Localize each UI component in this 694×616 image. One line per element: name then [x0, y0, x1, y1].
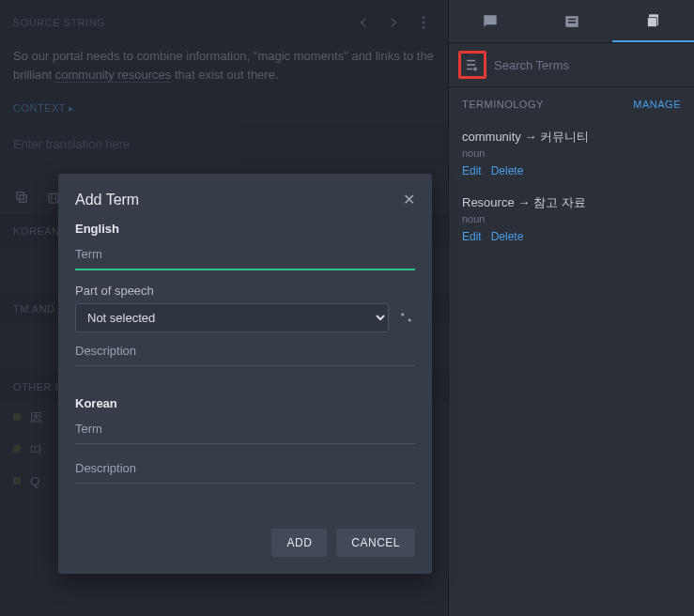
close-icon[interactable]: ✕ — [403, 191, 415, 208]
term-text: community → 커뮤니티 — [462, 129, 681, 146]
next-arrow-icon[interactable] — [382, 11, 405, 34]
delete-link[interactable]: Delete — [491, 230, 524, 243]
search-terms-input[interactable] — [494, 53, 685, 78]
source-text: So our portal needs to combine informati… — [0, 39, 448, 99]
terminology-label: TERMINOLOGY — [462, 99, 544, 110]
svg-rect-6 — [567, 18, 575, 20]
term-pos: noun — [462, 147, 681, 159]
tab-terminology[interactable] — [612, 0, 694, 42]
korean-description-input[interactable] — [75, 457, 415, 484]
english-term-input[interactable] — [75, 243, 415, 270]
source-string-label: SOURCE STRING — [13, 17, 105, 28]
delete-link[interactable]: Delete — [491, 164, 524, 177]
context-link[interactable]: CONTEXT ▸ — [0, 99, 448, 124]
term-text: Resource → 참고 자료 — [462, 194, 681, 211]
term-entry: Resource → 참고 자료 noun Edit Delete — [449, 187, 694, 253]
magic-wand-icon[interactable] — [396, 309, 415, 328]
svg-rect-9 — [647, 17, 656, 26]
translation-input[interactable]: Enter translation here — [0, 124, 448, 164]
tab-context[interactable] — [531, 0, 612, 42]
copy-icon[interactable] — [13, 189, 32, 208]
lang-english-label: English — [75, 222, 415, 236]
status-dot-icon — [13, 413, 21, 421]
svg-point-1 — [423, 22, 425, 24]
lang-korean-label: Korean — [75, 396, 415, 410]
prev-arrow-icon[interactable] — [352, 11, 375, 34]
svg-point-2 — [423, 26, 425, 29]
term-pos: noun — [462, 213, 681, 224]
manage-link[interactable]: MANAGE — [633, 99, 681, 110]
status-dot-icon — [13, 445, 21, 453]
tab-comments[interactable] — [449, 0, 531, 42]
edit-link[interactable]: Edit — [462, 230, 482, 243]
cancel-button[interactable]: CANCEL — [336, 529, 415, 557]
more-icon[interactable] — [412, 11, 435, 34]
edit-link[interactable]: Edit — [462, 164, 482, 177]
add-term-icon[interactable] — [458, 51, 486, 79]
add-button[interactable]: ADD — [271, 529, 327, 557]
svg-point-0 — [423, 16, 425, 19]
svg-rect-7 — [567, 22, 575, 23]
add-term-modal: Add Term ✕ English Part of speech Not se… — [58, 174, 432, 574]
term-entry: community → 커뮤니티 noun Edit Delete — [449, 121, 694, 187]
pos-label: Part of speech — [75, 284, 415, 298]
english-description-input[interactable] — [75, 340, 415, 366]
korean-term-input[interactable] — [75, 418, 415, 444]
pos-select[interactable]: Not selected — [75, 303, 389, 332]
status-dot-icon — [13, 477, 21, 485]
modal-title: Add Term — [75, 192, 139, 208]
